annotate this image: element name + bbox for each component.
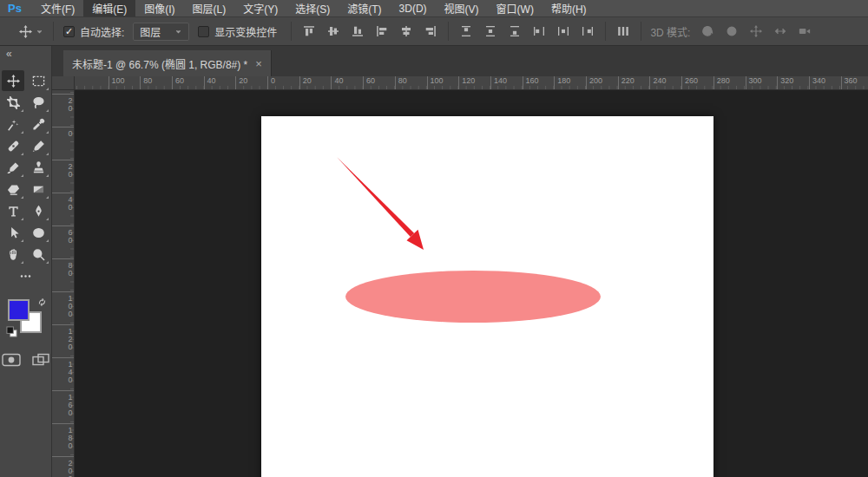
separator <box>605 22 606 41</box>
quick-mask-button[interactable] <box>2 353 21 367</box>
dist-spacing-icon[interactable] <box>613 21 634 42</box>
mixer-brush-tool[interactable] <box>27 135 49 156</box>
eraser-tool[interactable] <box>2 179 24 199</box>
menu-item-8[interactable]: 视图(V) <box>436 0 488 16</box>
magic-wand-tool[interactable] <box>2 114 24 134</box>
vruler-label-200: 200 <box>52 456 74 477</box>
align-vcenter-icon[interactable] <box>323 21 344 42</box>
align-hcenter-icon[interactable] <box>396 21 417 42</box>
eyedropper-tool[interactable] <box>27 114 49 134</box>
auto-select-checkbox[interactable]: ✓ <box>63 26 75 37</box>
auto-select-target-dropdown[interactable]: 图层 <box>133 23 189 41</box>
dist-right-icon[interactable] <box>577 21 598 42</box>
slide-3d-icon[interactable] <box>770 21 791 42</box>
screen-mode-button[interactable] <box>32 353 49 367</box>
move-tool-preset-icon[interactable] <box>19 25 32 38</box>
crop-tool[interactable] <box>2 92 24 113</box>
dist-vcenter-icon[interactable] <box>480 21 501 42</box>
hruler-label-200: 200 <box>586 76 602 89</box>
color-swatches <box>5 297 47 339</box>
hruler-label-100: 100 <box>108 76 125 89</box>
menu-item-4[interactable]: 文字(Y) <box>234 0 286 16</box>
separator <box>448 22 449 41</box>
dist-bottom-icon[interactable] <box>504 21 525 42</box>
menu-item-3[interactable]: 图层(L) <box>184 0 235 16</box>
menu-item-5[interactable]: 选择(S) <box>286 0 339 16</box>
vruler-label-80: 80 <box>52 258 74 293</box>
hruler-label-20: 20 <box>299 76 312 89</box>
pasteboard <box>75 90 868 477</box>
menu-item-7[interactable]: 3D(D) <box>391 0 436 16</box>
show-transform-checkbox[interactable] <box>198 26 209 37</box>
document-area: 未标题-1 @ 66.7% (椭圆 1, RGB/8#) * × 1008060… <box>52 46 868 477</box>
clone-stamp-tool[interactable] <box>27 157 49 178</box>
ruler-corner[interactable] <box>52 76 75 90</box>
path-selection-tool[interactable] <box>2 222 24 243</box>
hruler-label-340: 340 <box>809 76 825 89</box>
healing-brush-tool[interactable] <box>2 135 24 156</box>
lasso-tool[interactable] <box>27 92 49 113</box>
scale-3d-icon[interactable] <box>794 21 815 42</box>
hruler-label-300: 300 <box>746 76 762 89</box>
canvas[interactable] <box>261 116 713 477</box>
photoshop-logo: Ps <box>0 0 32 16</box>
vertical-ruler[interactable]: 20020406080100120140160180200 <box>52 90 75 477</box>
menu-item-1[interactable]: 编辑(E) <box>83 0 135 16</box>
horizontal-ruler[interactable]: 1008060402002040608010012014016018020022… <box>75 76 868 90</box>
pan-3d-icon[interactable] <box>746 21 766 42</box>
align-top-icon[interactable] <box>299 21 319 42</box>
dist-hcenter-icon[interactable] <box>553 21 574 42</box>
menu-item-2[interactable]: 图像(I) <box>135 0 183 16</box>
default-colors-icon[interactable] <box>6 326 17 337</box>
vruler-label-100: 100 <box>52 291 74 326</box>
document-tab[interactable]: 未标题-1 @ 66.7% (椭圆 1, RGB/8#) * × <box>63 50 272 76</box>
hruler-label-160: 160 <box>523 76 539 89</box>
hruler-label-360: 360 <box>841 76 858 89</box>
hruler-label-260: 260 <box>681 76 698 89</box>
menu-item-6[interactable]: 滤镜(T) <box>339 0 390 16</box>
align-icons-group <box>299 21 441 42</box>
hruler-label-80: 80 <box>395 76 407 89</box>
vruler-label-180: 180 <box>52 423 74 458</box>
menu-item-9[interactable]: 窗口(W) <box>488 0 542 16</box>
3d-mode-label: 3D 模式: <box>650 24 690 39</box>
dist-left-icon[interactable] <box>529 21 549 42</box>
hruler-label-100: 100 <box>427 76 444 89</box>
zoom-tool[interactable] <box>27 244 49 265</box>
show-transform-label: 显示变换控件 <box>214 24 277 39</box>
toolbar-bottom-buttons <box>0 353 51 367</box>
hruler-label-0: 0 <box>267 76 275 89</box>
photoshop-window: Ps 文件(F)编辑(E)图像(I)图层(L)文字(Y)选择(S)滤镜(T)3D… <box>0 0 868 477</box>
collapse-panel-button[interactable]: « <box>0 46 51 59</box>
foreground-color-swatch[interactable] <box>8 299 30 321</box>
type-tool[interactable] <box>2 200 24 221</box>
orbit-3d-icon[interactable] <box>697 21 718 42</box>
dist-top-icon[interactable] <box>456 21 477 42</box>
ellipsis-tool[interactable] <box>15 265 37 286</box>
align-bottom-icon[interactable] <box>347 21 368 42</box>
brush-tool[interactable] <box>2 157 24 178</box>
ellipse-shape-tool[interactable] <box>27 222 49 243</box>
align-right-icon[interactable] <box>420 21 441 42</box>
swap-colors-icon[interactable] <box>37 297 47 307</box>
menu-item-10[interactable]: 帮助(H) <box>542 0 595 16</box>
hruler-label-320: 320 <box>777 76 793 89</box>
tool-row <box>0 70 51 91</box>
marquee-tool[interactable] <box>27 70 49 91</box>
hand-tool[interactable] <box>2 244 24 265</box>
move-tool[interactable] <box>2 70 24 91</box>
tool-row <box>0 200 51 221</box>
menu-item-0[interactable]: 文件(F) <box>32 0 83 16</box>
roll-3d-icon[interactable] <box>721 21 742 42</box>
hruler-label-180: 180 <box>554 76 570 89</box>
align-left-icon[interactable] <box>372 21 392 42</box>
chevron-down-icon <box>174 28 182 36</box>
gradient-tool[interactable] <box>27 179 49 199</box>
separator <box>291 22 292 41</box>
close-tab-icon[interactable]: × <box>255 58 262 69</box>
chevron-down-icon[interactable] <box>36 28 43 36</box>
pen-tool[interactable] <box>27 200 49 221</box>
vruler-label-140: 140 <box>52 357 74 392</box>
hruler-label-240: 240 <box>649 76 666 89</box>
tools-grid <box>0 70 51 287</box>
